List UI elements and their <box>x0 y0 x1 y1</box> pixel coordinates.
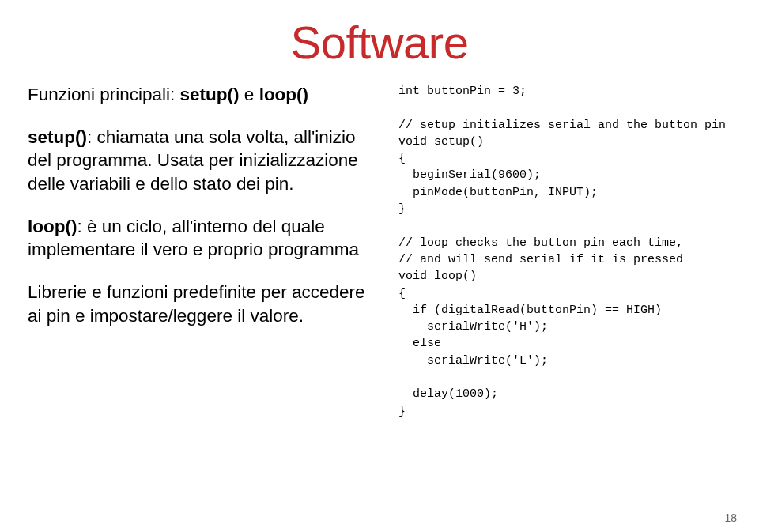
text-span: e <box>240 85 259 104</box>
setup-paragraph: setup(): chiamata una sola volta, all'in… <box>28 126 381 196</box>
bold-loop: loop() <box>259 85 308 104</box>
libraries-paragraph: Librerie e funzioni predefinite per acce… <box>28 281 381 327</box>
slide: Software Funzioni principali: setup() e … <box>0 0 759 532</box>
columns: Funzioni principali: setup() e loop() se… <box>28 83 731 420</box>
right-column: int buttonPin = 3; // setup initializes … <box>398 83 731 420</box>
bold-setup: setup() <box>28 127 87 147</box>
bold-loop: loop() <box>28 217 77 236</box>
text-span: Funzioni principali: <box>28 85 180 104</box>
text-span: : è un ciclo, all'interno del quale impl… <box>28 217 359 260</box>
slide-title: Software <box>28 16 731 69</box>
code-block: int buttonPin = 3; // setup initializes … <box>398 83 731 420</box>
loop-paragraph: loop(): è un ciclo, all'interno del qual… <box>28 215 381 262</box>
bold-setup: setup() <box>180 85 240 104</box>
intro-paragraph: Funzioni principali: setup() e loop() <box>28 83 381 107</box>
left-column: Funzioni principali: setup() e loop() se… <box>28 83 381 420</box>
page-number: 18 <box>724 511 737 524</box>
